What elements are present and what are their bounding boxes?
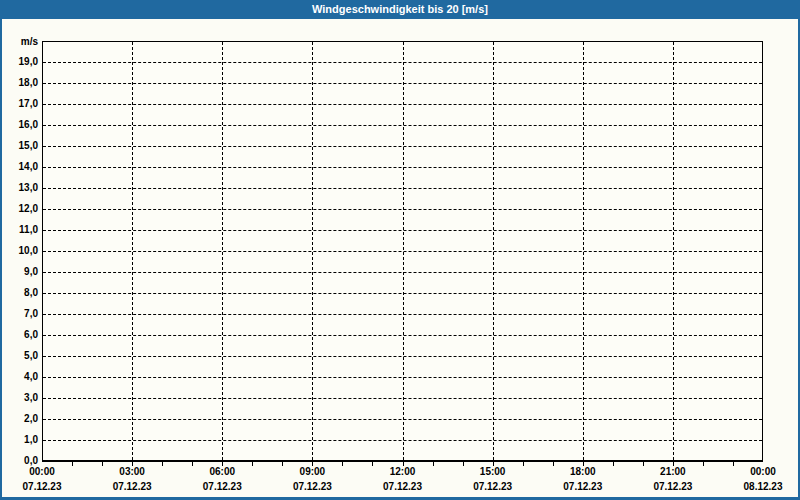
y-tick-label: 1,0 [2,434,38,446]
y-tick-label: 13,0 [2,182,38,194]
x-tick-time-label: 15:00 [457,466,529,478]
v-gridline [132,42,133,460]
y-tick-label: 18,0 [2,77,38,89]
y-tick-label: 7,0 [2,308,38,320]
plot-area [42,41,763,462]
y-tick-label: 5,0 [2,350,38,362]
y-tick-label: 17,0 [2,98,38,110]
x-tick-date-label: 07.12.23 [186,481,258,493]
y-tick-label: 2,0 [2,413,38,425]
x-tick-time-label: 00:00 [6,466,78,478]
y-tick-label: 19,0 [2,56,38,68]
chart-window: Windgeschwindigkeit bis 20 [m/s] m/s 0,0… [0,0,800,500]
y-tick-label: 14,0 [2,161,38,173]
x-tick-date-label: 07.12.23 [457,481,529,493]
v-gridline [222,42,223,460]
x-tick-date-label: 08.12.23 [727,481,799,493]
y-tick-label: 10,0 [2,245,38,257]
x-tick-date-label: 07.12.23 [637,481,709,493]
x-tick-time-label: 00:00 [727,466,799,478]
y-axis-unit-label: m/s [2,36,38,48]
x-tick-time-label: 18:00 [547,466,619,478]
chart-title: Windgeschwindigkeit bis 20 [m/s] [312,3,488,15]
v-gridline [583,42,584,460]
v-gridline [673,42,674,460]
y-tick-label: 4,0 [2,371,38,383]
x-tick-date-label: 07.12.23 [547,481,619,493]
y-tick-label: 9,0 [2,266,38,278]
y-tick-label: 8,0 [2,287,38,299]
x-tick-date-label: 07.12.23 [6,481,78,493]
y-tick-label: 6,0 [2,329,38,341]
y-tick-label: 11,0 [2,224,38,236]
x-tick-date-label: 07.12.23 [96,481,168,493]
y-tick-label: 15,0 [2,140,38,152]
v-gridline [312,42,313,460]
y-tick-label: 3,0 [2,392,38,404]
v-gridline [403,42,404,460]
x-tick-time-label: 03:00 [96,466,168,478]
chart-title-bar: Windgeschwindigkeit bis 20 [m/s] [0,0,800,19]
y-tick-label: 16,0 [2,119,38,131]
x-tick-time-label: 12:00 [367,466,439,478]
x-tick-time-label: 06:00 [186,466,258,478]
x-tick-date-label: 07.12.23 [367,481,439,493]
x-tick-date-label: 07.12.23 [276,481,348,493]
x-tick-time-label: 21:00 [637,466,709,478]
v-gridline [493,42,494,460]
y-tick-label: 12,0 [2,203,38,215]
x-tick-time-label: 09:00 [276,466,348,478]
